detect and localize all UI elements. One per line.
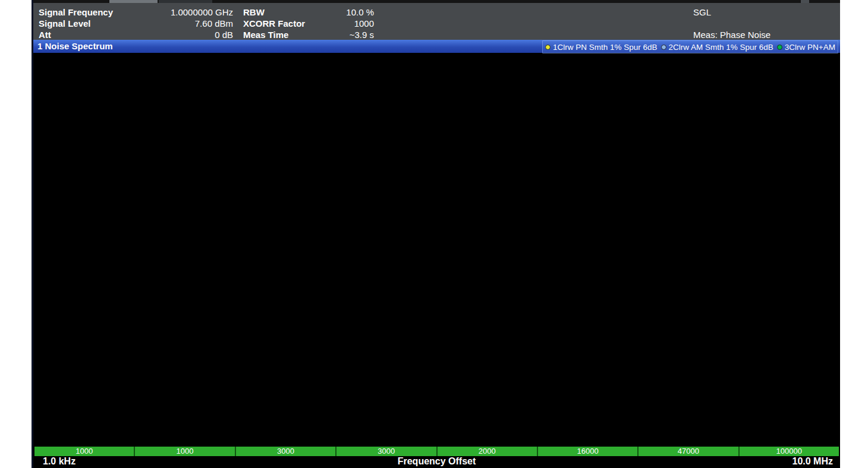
instrument-window: Signal Frequency 1.0000000 GHz RBW 10.0 …: [32, 0, 840, 468]
x-axis-title: Frequency Offset: [33, 456, 840, 467]
header-label: Signal Frequency: [39, 7, 113, 18]
x-axis-stop-frequency: 10.0 MHz: [792, 456, 833, 467]
trace-legend: 1Clrw PN Smth 1% Spur 6dB2Clrw AM Smth 1…: [542, 40, 838, 53]
header-label: Signal Level: [39, 18, 91, 29]
xcorr-segment: 1000: [34, 447, 135, 456]
sgl-indicator: SGL: [693, 7, 836, 18]
x-axis-bottom-row: Frequency Offset 1.0 kHz 10.0 MHz: [33, 456, 840, 468]
att-value[interactable]: 0 dB: [158, 29, 233, 40]
legend-item-trace3[interactable]: 3Clrw PN+AM: [777, 43, 835, 52]
xcorr-segment: 100000: [740, 447, 839, 456]
xcorr-segment: 2000: [438, 447, 538, 456]
legend-item-label: 2Clrw AM Smth 1% Spur 6dB: [669, 43, 773, 52]
window-title-bar[interactable]: 1 Noise Spectrum 1Clrw PN Smth 1% Spur 6…: [33, 40, 840, 53]
x-axis-start-frequency: 1.0 kHz: [43, 456, 76, 467]
legend-item-label: 1Clrw PN Smth 1% Spur 6dB: [553, 43, 658, 52]
trace-color-dot: [661, 45, 666, 50]
header-label: RBW: [243, 7, 265, 18]
trace-color-dot: [545, 45, 551, 50]
rbw-value[interactable]: 10.0 %: [326, 7, 374, 18]
xcorr-segment: 47000: [639, 447, 739, 456]
header-label: Meas Time: [243, 29, 288, 40]
meas-time-value[interactable]: ~3.9 s: [326, 29, 374, 40]
legend-item-trace1[interactable]: 1Clrw PN Smth 1% Spur 6dB: [545, 43, 658, 52]
window-title: 1 Noise Spectrum: [37, 41, 113, 51]
legend-item-label: 3Clrw PN+AM: [785, 43, 835, 52]
measurement-header: Signal Frequency 1.0000000 GHz RBW 10.0 …: [33, 3, 840, 40]
signal-level-value[interactable]: 7.60 dBm: [158, 18, 233, 29]
xcorr-segment-bar: 100010003000300020001600047000100000: [34, 447, 839, 456]
meas-mode-indicator: Meas: Phase Noise: [693, 29, 836, 40]
xcorr-segment: 1000: [135, 447, 235, 456]
xcorr-segment: 16000: [538, 447, 639, 456]
trace-color-dot: [777, 45, 782, 50]
header-label: XCORR Factor: [243, 18, 305, 29]
screen: -125 dBc/Hz-125 dBc-130 dBc/Hz-130 dBc-1…: [0, 0, 868, 468]
xcorr-segment: 3000: [236, 447, 336, 456]
header-label: Att: [39, 29, 51, 40]
legend-item-trace2[interactable]: 2Clrw AM Smth 1% Spur 6dB: [661, 43, 773, 52]
xcorr-factor-value[interactable]: 1000: [326, 18, 374, 29]
xcorr-segment: 3000: [336, 447, 437, 456]
signal-frequency-value[interactable]: 1.0000000 GHz: [158, 7, 233, 18]
